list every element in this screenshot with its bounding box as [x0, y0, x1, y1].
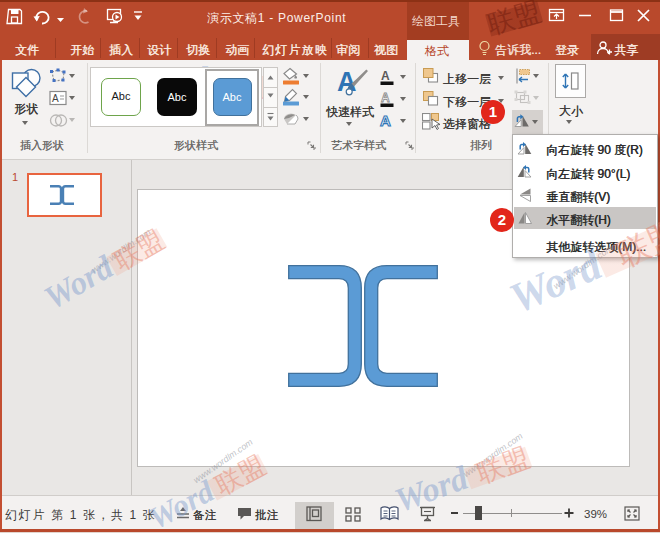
svg-text:A: A — [52, 93, 59, 104]
svg-text:A: A — [381, 91, 390, 105]
svg-text:A: A — [381, 69, 390, 83]
svg-text:A: A — [380, 112, 391, 129]
